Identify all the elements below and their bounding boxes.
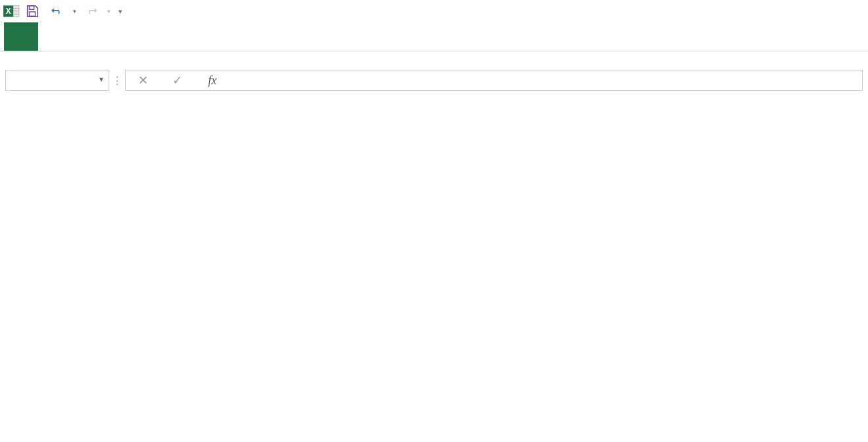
svg-rect-2	[13, 5, 19, 8]
svg-rect-7	[29, 12, 35, 16]
title-bar: X ▾ ▾ ▾	[0, 0, 868, 22]
quick-access-toolbar: X ▾ ▾ ▾	[0, 1, 128, 21]
tab-nitro[interactable]	[296, 22, 333, 51]
name-box-dropdown-icon[interactable]: ▼	[98, 76, 105, 83]
tab-review[interactable]	[222, 22, 259, 51]
svg-rect-4	[13, 11, 19, 14]
tab-page-layout[interactable]	[112, 22, 149, 51]
svg-text:X: X	[6, 7, 11, 16]
redo-icon[interactable]	[79, 1, 104, 21]
formula-bar-row: ▼ ⋮ ✕ ✓ fx	[0, 69, 868, 92]
tab-file[interactable]	[4, 22, 38, 51]
formula-bar-separator: ⋮	[109, 74, 125, 87]
tab-formulas[interactable]	[149, 22, 186, 51]
undo-dropdown-icon[interactable]: ▾	[70, 8, 79, 14]
tab-data[interactable]	[186, 22, 222, 51]
enter-icon[interactable]: ✓	[168, 73, 188, 88]
cancel-icon[interactable]: ✕	[133, 73, 153, 88]
svg-rect-5	[13, 14, 19, 16]
qat-customize-icon[interactable]: ▾	[113, 1, 128, 21]
formula-input[interactable]	[230, 70, 863, 91]
svg-rect-3	[13, 9, 19, 11]
ribbon-body-collapsed	[0, 51, 868, 69]
excel-icon[interactable]: X	[3, 3, 20, 20]
tab-view[interactable]	[259, 22, 296, 51]
tab-home[interactable]	[38, 22, 75, 51]
undo-icon[interactable]	[45, 1, 70, 21]
name-box[interactable]: ▼	[5, 70, 109, 91]
tab-insert[interactable]	[75, 22, 112, 51]
ribbon-tabs	[0, 22, 868, 51]
save-icon[interactable]	[20, 1, 45, 21]
fx-icon[interactable]: fx	[203, 74, 222, 88]
redo-dropdown-icon[interactable]: ▾	[104, 8, 113, 14]
formula-bar-buttons: ✕ ✓ fx	[125, 70, 230, 91]
